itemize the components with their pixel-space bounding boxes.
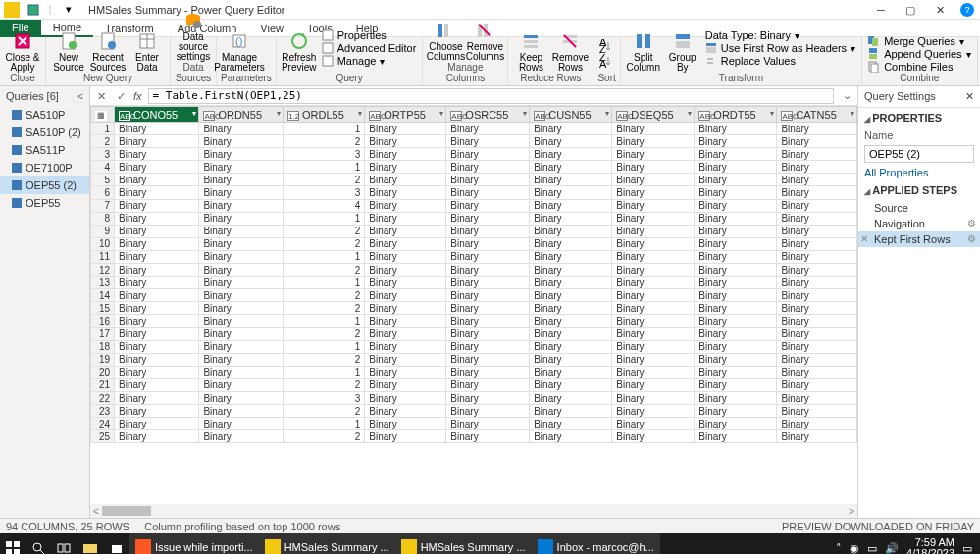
cell[interactable]: Binary — [115, 161, 199, 174]
cell[interactable]: 1 — [283, 340, 364, 353]
cell[interactable]: Binary — [365, 418, 446, 430]
cell[interactable]: Binary — [446, 353, 530, 366]
cell[interactable]: Binary — [199, 123, 284, 135]
column-filter-icon[interactable]: ▾ — [277, 109, 281, 118]
cell[interactable]: 2 — [283, 237, 364, 250]
cell[interactable]: Binary — [530, 391, 612, 404]
cell[interactable]: Binary — [695, 225, 777, 237]
horizontal-scrollbar[interactable]: < > — [90, 504, 857, 518]
cell[interactable]: Binary — [446, 327, 530, 340]
settings-close-icon[interactable]: ✕ — [965, 90, 974, 103]
cell[interactable]: Binary — [115, 148, 199, 161]
cell[interactable]: Binary — [530, 405, 612, 418]
cell[interactable]: Binary — [365, 174, 446, 186]
column-header[interactable]: ABCOSRC55▾ — [446, 107, 530, 123]
cell[interactable]: 2 — [283, 225, 364, 237]
cell[interactable]: 1 — [283, 418, 364, 430]
tray-network-icon[interactable]: ▭ — [867, 542, 877, 555]
cell[interactable]: Binary — [446, 289, 530, 302]
row-number[interactable]: 1 — [91, 123, 115, 135]
cell[interactable]: Binary — [199, 135, 284, 148]
cell[interactable]: Binary — [612, 212, 695, 225]
choose-columns-button[interactable]: Choose Columns — [427, 19, 464, 62]
cell[interactable]: Binary — [695, 302, 777, 315]
row-number[interactable]: 8 — [91, 212, 115, 225]
cell[interactable]: Binary — [777, 277, 857, 289]
taskbar-app[interactable]: HMSales Summary ... — [259, 533, 395, 554]
cell[interactable]: Binary — [695, 405, 777, 418]
column-filter-icon[interactable]: ▾ — [605, 109, 609, 118]
cell[interactable]: Binary — [115, 353, 199, 366]
cell[interactable]: Binary — [612, 148, 695, 161]
cell[interactable]: Binary — [199, 302, 284, 315]
cell[interactable]: Binary — [115, 186, 199, 199]
start-button[interactable] — [0, 533, 26, 554]
cell[interactable]: Binary — [777, 391, 857, 404]
cell[interactable]: 2 — [283, 378, 364, 391]
cell[interactable]: Binary — [199, 148, 284, 161]
cell[interactable]: Binary — [777, 199, 857, 212]
cell[interactable]: Binary — [530, 135, 612, 148]
cell[interactable]: Binary — [612, 418, 695, 430]
cell[interactable]: Binary — [612, 340, 695, 353]
cell[interactable]: Binary — [530, 327, 612, 340]
step-gear-icon[interactable]: ⚙ — [967, 233, 976, 244]
cell[interactable]: Binary — [365, 225, 446, 237]
row-number[interactable]: 20 — [91, 366, 115, 378]
query-item[interactable]: OEP55 — [0, 194, 89, 212]
tray-volume-icon[interactable]: 🔊 — [885, 542, 899, 555]
scroll-right-icon[interactable]: > — [846, 505, 857, 517]
column-header[interactable]: ABCCATN55▾ — [777, 107, 857, 123]
cell[interactable]: Binary — [365, 148, 446, 161]
cell[interactable]: Binary — [612, 289, 695, 302]
keep-rows-button[interactable]: Keep Rows — [512, 29, 549, 73]
cell[interactable]: Binary — [446, 405, 530, 418]
enter-data-button[interactable]: Enter Data — [129, 29, 166, 73]
help-button[interactable]: ? — [960, 3, 974, 17]
qat-dropdown-icon[interactable]: ▾ — [66, 3, 79, 17]
cell[interactable]: 4 — [283, 199, 364, 212]
cell[interactable]: 2 — [283, 264, 364, 277]
row-number[interactable]: 18 — [91, 340, 115, 353]
cell[interactable]: Binary — [777, 340, 857, 353]
cell[interactable]: Binary — [115, 315, 199, 327]
column-filter-icon[interactable]: ▾ — [523, 109, 527, 118]
advanced-editor-button[interactable]: Advanced Editor — [320, 42, 419, 54]
cell[interactable]: Binary — [199, 186, 284, 199]
data-grid[interactable]: ▦ABCCONO55▾ABCORDN55▾1.2ORDL55▾ABCORTP55… — [90, 106, 857, 504]
cell[interactable]: 2 — [283, 135, 364, 148]
cell[interactable]: Binary — [199, 212, 284, 225]
data-type-button[interactable]: Data Type: Binary ▾ — [703, 29, 857, 41]
merge-queries-button[interactable]: Merge Queries ▾ — [866, 35, 973, 47]
cell[interactable]: Binary — [612, 264, 695, 277]
cell[interactable]: Binary — [365, 405, 446, 418]
cell[interactable]: Binary — [446, 174, 530, 186]
cell[interactable]: Binary — [777, 148, 857, 161]
row-number[interactable]: 13 — [91, 277, 115, 289]
cell[interactable]: Binary — [530, 225, 612, 237]
row-number[interactable]: 2 — [91, 135, 115, 148]
cell[interactable]: Binary — [777, 135, 857, 148]
refresh-preview-button[interactable]: Refresh Preview — [281, 29, 318, 73]
cell[interactable]: Binary — [695, 199, 777, 212]
cell[interactable]: 2 — [283, 430, 364, 443]
properties-button[interactable]: Properties — [320, 29, 419, 41]
cell[interactable]: Binary — [199, 366, 284, 378]
cell[interactable]: Binary — [115, 418, 199, 430]
close-apply-button[interactable]: Close & Apply — [4, 29, 41, 73]
cell[interactable]: Binary — [612, 161, 695, 174]
cell[interactable]: Binary — [365, 378, 446, 391]
cell[interactable]: Binary — [777, 264, 857, 277]
cell[interactable]: Binary — [530, 340, 612, 353]
cell[interactable]: Binary — [115, 391, 199, 404]
cell[interactable]: Binary — [777, 289, 857, 302]
cell[interactable]: Binary — [530, 199, 612, 212]
cell[interactable]: Binary — [695, 378, 777, 391]
combine-files-button[interactable]: Combine Files — [866, 61, 973, 73]
cell[interactable]: Binary — [612, 378, 695, 391]
cell[interactable]: 2 — [283, 174, 364, 186]
cell[interactable]: Binary — [446, 302, 530, 315]
column-header[interactable]: ABCORDT55▾ — [695, 107, 777, 123]
query-name-input[interactable] — [864, 145, 974, 163]
cell[interactable]: Binary — [695, 264, 777, 277]
